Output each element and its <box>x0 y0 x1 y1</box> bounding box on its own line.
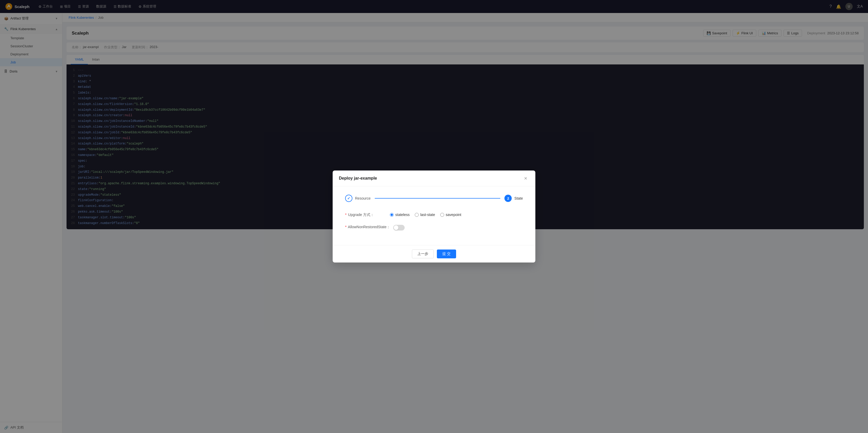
step-state-label: State <box>514 196 523 200</box>
step-state: 2 State <box>504 195 523 202</box>
modal-close-button[interactable]: ✕ <box>522 175 529 182</box>
form-row-allow: * AllowNonRestoredState： <box>345 223 523 230</box>
close-icon: ✕ <box>524 176 527 181</box>
stepper: ✓ Resource 2 State <box>345 195 523 202</box>
upgrade-radio-group: stateless last-state savepoint <box>390 211 461 217</box>
step-resource: ✓ Resource <box>345 195 371 202</box>
modal-footer: 上一步 提 交 <box>333 245 535 262</box>
step-connector <box>375 198 500 198</box>
form-row-upgrade: * Upgrade 方式： stateless last-state savep… <box>345 211 523 217</box>
step-state-circle: 2 <box>504 195 512 202</box>
step-resource-circle: ✓ <box>345 195 352 202</box>
radio-savepoint[interactable]: savepoint <box>440 213 461 217</box>
upgrade-label: * Upgrade 方式： <box>345 211 387 217</box>
allow-label: * AllowNonRestoredState： <box>345 223 390 229</box>
toggle-wrap <box>393 223 405 230</box>
upgrade-required-star: * <box>345 213 346 217</box>
step-resource-label: Resource <box>355 196 371 200</box>
modal: Deploy jar-example ✕ ✓ Resource 2 State <box>333 171 535 262</box>
modal-overlay[interactable]: Deploy jar-example ✕ ✓ Resource 2 State <box>0 0 868 433</box>
toggle-knob <box>394 225 398 230</box>
back-button[interactable]: 上一步 <box>412 249 434 258</box>
radio-last-state[interactable]: last-state <box>415 213 435 217</box>
modal-body: ✓ Resource 2 State * Upgrade 方式： <box>333 186 535 245</box>
modal-title: Deploy jar-example <box>339 176 377 181</box>
submit-button[interactable]: 提 交 <box>437 249 456 258</box>
allow-toggle[interactable] <box>393 225 405 230</box>
allow-required-star: * <box>345 225 346 229</box>
radio-stateless[interactable]: stateless <box>390 213 410 217</box>
modal-header: Deploy jar-example ✕ <box>333 171 535 186</box>
